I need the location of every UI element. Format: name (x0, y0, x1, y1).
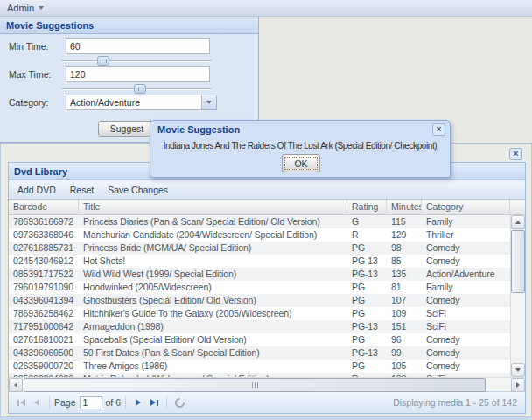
max-time-input[interactable] (66, 66, 210, 82)
scroll-up-icon[interactable] (511, 215, 525, 229)
table-cell: 85 (387, 255, 422, 268)
max-time-slider[interactable] (61, 84, 212, 94)
chevron-down-icon (206, 101, 212, 104)
table-cell: 085391717522 (9, 268, 79, 281)
table-cell: PG (347, 242, 387, 255)
table-cell: Armageddon (1998) (79, 320, 347, 333)
first-page-button[interactable] (14, 396, 28, 410)
column-header-rating[interactable]: Rating (347, 200, 387, 214)
prev-page-icon (34, 399, 39, 406)
table-cell: R (347, 228, 387, 242)
refresh-icon (172, 396, 186, 410)
next-page-icon (136, 399, 141, 406)
table-row[interactable]: 085391717522Wild Wild West (1999/ Specia… (9, 268, 510, 281)
column-header-barcode[interactable]: Barcode (9, 200, 79, 214)
scroll-left-icon[interactable] (9, 378, 23, 392)
grid-body: 786936166972Princess Diaries (Pan & Scan… (9, 215, 525, 377)
last-page-icon (150, 399, 156, 406)
table-cell: PG-13 (347, 255, 387, 268)
table-row[interactable]: 027616810021Spaceballs (Special Edition/… (9, 333, 510, 346)
table-row[interactable]: 097363368946Manchurian Candidate (2004/W… (9, 228, 510, 242)
scroll-down-icon[interactable] (511, 363, 525, 377)
table-row[interactable]: 786936166972Princess Diaries (Pan & Scan… (9, 215, 510, 228)
table-cell: PG (347, 307, 387, 320)
table-cell: PG (347, 360, 387, 373)
scrollbar-thumb[interactable] (511, 230, 525, 293)
slider-track (61, 60, 212, 62)
reset-button[interactable]: Reset (63, 181, 101, 199)
scroll-right-icon[interactable] (511, 378, 525, 392)
table-cell: 50 First Dates (Pan & Scan/ Special Edit… (79, 346, 347, 360)
table-cell: 135 (387, 268, 422, 281)
scrollbar-thumb[interactable] (24, 378, 486, 392)
table-cell: Action/Adventure (422, 268, 510, 281)
table-cell: 81 (387, 281, 422, 294)
combo-trigger[interactable] (202, 94, 217, 110)
dialog-message: Indiana Jones And The Raiders Of The Los… (150, 138, 450, 150)
suggest-button[interactable]: Suggest (98, 121, 156, 136)
table-cell: 96 (387, 333, 422, 346)
paging-toolbar: Page of 6 Displaying media 1 - 25 of 142 (9, 391, 525, 413)
dialog-title: Movie Suggestion (158, 124, 432, 135)
table-cell: SciFi (422, 320, 510, 333)
table-cell: 786936166972 (9, 215, 79, 228)
min-time-slider[interactable] (61, 56, 212, 66)
table-cell: 107 (387, 294, 422, 307)
horizontal-scrollbar[interactable] (9, 377, 525, 391)
last-page-button[interactable] (147, 396, 161, 410)
column-header-category[interactable]: Category (422, 200, 510, 214)
table-cell: PG (347, 281, 387, 294)
table-cell: Comedy (422, 255, 510, 268)
menu-admin[interactable]: Admin (0, 0, 51, 16)
prev-page-button[interactable] (30, 396, 44, 410)
table-cell: Princess Diaries (Pan & Scan/ Special Ed… (79, 215, 347, 228)
table-cell: 027616885731 (9, 242, 79, 255)
toolbar-separator (49, 396, 50, 409)
close-icon[interactable]: × (432, 123, 445, 136)
movie-suggestion-dialog: Movie Suggestion × Indiana Jones And The… (150, 120, 451, 178)
movie-suggestions-title: Movie Suggestions (0, 17, 258, 34)
table-cell: 129 (387, 228, 422, 242)
table-cell: PG (347, 294, 387, 307)
table-cell: PG-13 (347, 268, 387, 281)
menubar: Admin (0, 0, 532, 17)
column-header-title[interactable]: Title (79, 200, 347, 214)
table-cell: 151 (387, 320, 422, 333)
ok-button[interactable]: OK (282, 154, 320, 172)
first-page-icon (20, 399, 25, 406)
table-cell: PG-13 (347, 320, 387, 333)
table-row[interactable]: 717951000642Armageddon (1998)PG-13151Sci… (9, 320, 510, 333)
table-cell: 024543046912 (9, 255, 79, 268)
add-dvd-button[interactable]: Add DVD (10, 181, 63, 199)
category-combobox[interactable] (66, 94, 217, 110)
vertical-scrollbar[interactable] (510, 215, 525, 377)
toolbar-separator (125, 396, 126, 409)
table-cell: Comedy (422, 346, 510, 360)
table-row[interactable]: 027616885731Princess Bride (MGM/UA/ Spec… (9, 242, 510, 255)
table-row[interactable]: 026359000720Three Amigos (1986)PG105Come… (9, 360, 510, 373)
min-time-input[interactable] (66, 38, 210, 54)
paging-status: Displaying media 1 - 25 of 142 (393, 397, 521, 408)
header-spacer (510, 200, 525, 214)
table-cell: Comedy (422, 360, 510, 373)
next-page-button[interactable] (131, 396, 145, 410)
table-row[interactable]: 786936258462Hitchhiker's Guide To the Ga… (9, 307, 510, 320)
page-number-input[interactable] (80, 396, 102, 410)
refresh-button[interactable] (172, 396, 186, 410)
table-cell: SciFi (422, 307, 510, 320)
table-row[interactable]: 04339606050050 First Dates (Pan & Scan/ … (9, 346, 510, 360)
column-header-minutes[interactable]: Minutes (387, 200, 422, 214)
table-cell: Hitchhiker's Guide To the Galaxy (2005/W… (79, 307, 347, 320)
close-icon[interactable]: × (509, 148, 522, 160)
toolbar-separator (166, 396, 167, 409)
table-row[interactable]: 024543046912Hot Shots!PG-1385Comedy (9, 255, 510, 268)
save-changes-button[interactable]: Save Changes (101, 181, 175, 199)
category-input[interactable] (66, 94, 202, 110)
thumb-grip-icon (252, 382, 258, 388)
table-cell: PG-13 (347, 346, 387, 360)
slider-handle[interactable] (97, 56, 109, 66)
table-row[interactable]: 043396041394Ghostbusters (Special Editio… (9, 294, 510, 307)
slider-handle[interactable] (134, 84, 146, 94)
table-cell: Princess Bride (MGM/UA/ Special Edition) (79, 242, 347, 255)
table-row[interactable]: 796019791090Hoodwinked (2005/Widescreen)… (9, 281, 510, 294)
